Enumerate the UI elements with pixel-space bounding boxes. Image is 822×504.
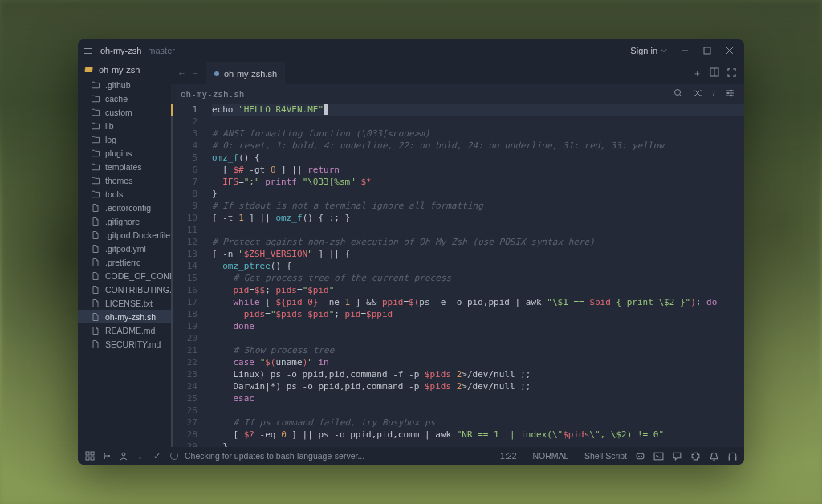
close-button[interactable] bbox=[720, 41, 739, 60]
bell-icon[interactable] bbox=[709, 451, 719, 461]
file-tree-label: CONTRIBUTING.md bbox=[105, 285, 171, 295]
cursor-position[interactable]: 1:22 bbox=[500, 451, 516, 461]
file-tree-item[interactable]: cache bbox=[78, 91, 171, 105]
file-tree-label: .github bbox=[105, 80, 131, 90]
status-bar: ↓ ✓ Checking for updates to bash-languag… bbox=[78, 447, 744, 465]
folder-icon bbox=[91, 162, 100, 172]
terminal-icon[interactable] bbox=[653, 451, 664, 461]
file-tree-item[interactable]: custom bbox=[78, 105, 171, 119]
svg-rect-12 bbox=[91, 452, 94, 455]
file-tree-item[interactable]: templates bbox=[78, 160, 171, 173]
menu-button[interactable] bbox=[83, 47, 94, 55]
titlebar: oh-my-zsh master Sign in bbox=[78, 39, 744, 62]
file-tree-label: lib bbox=[105, 121, 114, 131]
file-icon bbox=[91, 244, 100, 254]
fullscreen-button[interactable] bbox=[727, 68, 736, 79]
file-tree-item[interactable]: themes bbox=[78, 173, 171, 187]
tab-oh-my-zsh[interactable]: oh-my-zsh.sh bbox=[206, 62, 285, 84]
file-tree-label: CODE_OF_CONDUCT.m bbox=[105, 271, 171, 281]
file-icon bbox=[91, 312, 100, 322]
sign-in-button[interactable]: Sign in bbox=[625, 44, 672, 57]
svg-point-10 bbox=[730, 94, 732, 96]
project-panel-icon[interactable] bbox=[84, 451, 95, 461]
file-tree-item[interactable]: .editorconfig bbox=[78, 201, 171, 214]
shuffle-icon[interactable] bbox=[693, 88, 702, 100]
editor-area: ← → oh-my-zsh.sh ＋ oh-my-zsh.sh bbox=[171, 62, 744, 447]
file-icon bbox=[91, 285, 100, 295]
explorer-root[interactable]: oh-my-zsh bbox=[78, 62, 171, 78]
file-tree-label: SECURITY.md bbox=[105, 339, 161, 349]
breadcrumb-bar: oh-my-zsh.sh I bbox=[171, 84, 744, 104]
file-tree-label: oh-my-zsh.sh bbox=[105, 312, 156, 322]
file-icon bbox=[91, 203, 100, 213]
modified-indicator-icon bbox=[214, 71, 219, 76]
file-tree-label: themes bbox=[105, 176, 132, 185]
git-branch[interactable]: master bbox=[148, 46, 175, 55]
file-icon bbox=[91, 217, 100, 226]
folder-icon bbox=[91, 189, 100, 199]
svg-point-9 bbox=[727, 91, 729, 93]
file-tree-item[interactable]: SECURITY.md bbox=[78, 337, 171, 351]
file-type[interactable]: Shell Script bbox=[584, 451, 627, 461]
nav-forward-button[interactable]: → bbox=[189, 67, 201, 79]
svg-point-18 bbox=[122, 453, 125, 456]
person-icon[interactable] bbox=[118, 451, 128, 461]
extensions-icon[interactable] bbox=[690, 451, 701, 461]
project-title: oh-my-zsh bbox=[100, 46, 141, 55]
file-tree-label: .editorconfig bbox=[105, 203, 151, 213]
settings-icon[interactable] bbox=[725, 88, 735, 100]
file-tree-label: custom bbox=[105, 108, 132, 117]
file-tree-item[interactable]: .gitignore bbox=[78, 214, 171, 228]
file-tree-label: .gitpod.yml bbox=[105, 244, 146, 254]
file-tree-item[interactable]: .prettierrc bbox=[78, 255, 171, 269]
new-tab-button[interactable]: ＋ bbox=[693, 67, 702, 79]
folder-icon bbox=[91, 80, 100, 90]
file-tree-item[interactable]: .gitpod.Dockerfile bbox=[78, 228, 171, 242]
file-icon bbox=[91, 326, 100, 335]
svg-rect-0 bbox=[704, 47, 710, 54]
minimize-button[interactable] bbox=[675, 41, 694, 60]
folder-icon bbox=[91, 108, 100, 117]
file-tree-item[interactable]: tools bbox=[78, 187, 171, 201]
line-gutter: 1234567891011121314151617181920212223242… bbox=[173, 104, 206, 447]
file-tree-item[interactable]: .github bbox=[78, 78, 171, 91]
file-tree-item[interactable]: log bbox=[78, 132, 171, 146]
cursor-icon[interactable]: I bbox=[712, 88, 715, 100]
file-tree-label: .prettierrc bbox=[105, 258, 140, 267]
folder-icon bbox=[91, 176, 100, 185]
copilot-icon[interactable] bbox=[635, 451, 645, 461]
file-tree-item[interactable]: CONTRIBUTING.md bbox=[78, 282, 171, 296]
search-icon[interactable] bbox=[673, 88, 683, 100]
svg-rect-13 bbox=[86, 457, 89, 460]
file-icon bbox=[91, 271, 100, 281]
file-tree-item[interactable]: lib bbox=[78, 119, 171, 132]
nav-back-button[interactable]: ← bbox=[176, 67, 188, 79]
tree-icon[interactable] bbox=[101, 451, 112, 461]
file-tree-item[interactable]: CODE_OF_CONDUCT.m bbox=[78, 269, 171, 282]
file-tree-item[interactable]: README.md bbox=[78, 323, 171, 337]
code-editor[interactable]: 1234567891011121314151617181920212223242… bbox=[171, 104, 744, 447]
status-message: Checking for updates to bash-language-se… bbox=[185, 451, 364, 461]
file-tree-item[interactable]: LICENSE.txt bbox=[78, 296, 171, 310]
file-tree-label: .gitignore bbox=[105, 217, 140, 226]
chevron-down-icon bbox=[661, 47, 667, 54]
file-tree-label: log bbox=[105, 135, 116, 144]
folder-icon bbox=[91, 94, 100, 104]
svg-line-4 bbox=[680, 95, 682, 97]
check-icon[interactable]: ✓ bbox=[152, 451, 162, 461]
headphones-icon[interactable] bbox=[727, 451, 738, 461]
file-tree-item[interactable]: .gitpod.yml bbox=[78, 242, 171, 255]
file-tree-item[interactable]: oh-my-zsh.sh bbox=[78, 310, 171, 323]
folder-open-icon bbox=[84, 65, 94, 75]
file-tree-label: tools bbox=[105, 189, 123, 199]
maximize-button[interactable] bbox=[698, 41, 717, 60]
code-content[interactable]: echo "HELLO R4VEN.ME"# ANSI formatting f… bbox=[206, 104, 744, 447]
file-icon bbox=[91, 230, 100, 240]
diagnostics-down-icon[interactable]: ↓ bbox=[135, 451, 145, 461]
file-tree-item[interactable]: plugins bbox=[78, 146, 171, 160]
file-path[interactable]: oh-my-zsh.sh bbox=[181, 89, 244, 100]
svg-rect-11 bbox=[86, 452, 89, 455]
tab-bar: ← → oh-my-zsh.sh ＋ bbox=[171, 62, 744, 84]
chat-icon[interactable] bbox=[672, 451, 682, 461]
split-editor-button[interactable] bbox=[710, 67, 719, 79]
